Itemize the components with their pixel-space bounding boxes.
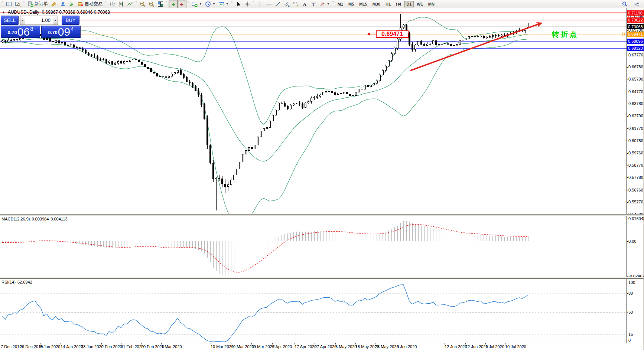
fibonacci-button[interactable]: F <box>291 0 300 8</box>
volume-decrease-button[interactable]: ▼ <box>20 16 25 25</box>
horizontal-line-button[interactable] <box>264 0 273 8</box>
macd-indicator-canvas[interactable] <box>0 216 627 277</box>
one-click-trading-panel: SELL ▼ 1.00 ▲ BUY 0.70 06 8 0.70 09 4 <box>1 16 81 38</box>
arrows-button[interactable]: ▼ <box>318 0 331 8</box>
time-tick-label: 23 Jan 2020 <box>81 344 104 349</box>
toolbar-grip <box>332 1 334 7</box>
auto-scroll-button[interactable] <box>169 0 178 8</box>
price-tick-mark <box>627 17 628 17</box>
buy-price-button[interactable]: 0.70 09 4 <box>41 26 81 38</box>
price-tick-label: 0.62790 <box>628 114 643 118</box>
timeframe-m5[interactable]: M5 <box>346 1 356 7</box>
text-button[interactable]: A <box>300 0 309 8</box>
community-icon <box>60 1 66 7</box>
toolbar-right <box>620 0 643 8</box>
trade-panel-collapse-icon[interactable]: ▲ <box>2 10 5 14</box>
macd-signal-line <box>2 225 528 272</box>
data-window-button[interactable] <box>13 0 22 8</box>
new-chart-button[interactable]: ▼ <box>190 0 204 8</box>
mql-editor-button[interactable] <box>49 0 58 8</box>
main-chart-canvas[interactable] <box>0 8 627 214</box>
vertical-line-button[interactable] <box>256 0 264 8</box>
turning-point-annotation[interactable]: 转折点 <box>552 30 579 39</box>
price-tick-mark <box>627 67 628 68</box>
buy-button[interactable]: BUY <box>62 16 79 25</box>
main-macd-splitter[interactable] <box>0 214 644 216</box>
auto-trading-label: 自动交易 <box>85 1 103 7</box>
timeframe-m1[interactable]: M1 <box>335 1 345 7</box>
vertical-line-icon <box>257 1 263 7</box>
price-tick-label: 0.61770 <box>628 126 643 131</box>
equidistant-channel-icon: E <box>284 1 290 7</box>
time-tick-label: 17 Apr 2020 <box>295 344 316 349</box>
zoom-out-icon <box>149 1 155 7</box>
timeframe-m30[interactable]: M30 <box>370 1 383 7</box>
new-order-label: 新订单 <box>35 1 48 7</box>
toolbar-grip <box>23 1 25 7</box>
signals-button[interactable] <box>67 0 76 8</box>
cursor-button[interactable] <box>234 0 243 8</box>
timeframe-h4[interactable]: H4 <box>394 1 403 7</box>
toolbar-grip <box>136 1 137 7</box>
trend-arrow[interactable] <box>410 23 541 71</box>
mql-editor-icon <box>51 1 57 7</box>
chart-candles-button[interactable] <box>117 0 126 8</box>
new-order-button[interactable]: 新订单 <box>26 0 49 8</box>
time-tick-label: 3 Jun 2020 <box>397 344 417 349</box>
text-label-button[interactable]: T <box>309 0 318 8</box>
sell-button[interactable]: SELL <box>1 16 19 25</box>
auto-scroll-icon <box>170 1 176 7</box>
volume-input[interactable]: 1.00 <box>25 16 53 25</box>
sell-price-button[interactable]: 0.70 06 8 <box>1 26 40 38</box>
templates-button[interactable]: ▼ <box>217 0 230 8</box>
time-tick-label: 29 Mar 2020 <box>251 344 274 349</box>
rsi-indicator-canvas[interactable] <box>0 279 627 343</box>
price-tag: 0.68320 <box>627 46 644 51</box>
price-tick-label: 0.56760 <box>628 188 643 193</box>
zoom-in-button[interactable] <box>138 0 147 8</box>
time-tick-label: 1 Jul 2020 <box>485 344 504 349</box>
volume-increase-button[interactable]: ▲ <box>53 16 58 25</box>
line-handle[interactable] <box>622 33 625 35</box>
price-level-callout[interactable]: 0.69471 <box>376 30 409 38</box>
rsi-label: RSI(14) <box>1 280 16 284</box>
dropdown-caret-icon: ▼ <box>226 2 229 6</box>
toolbar-group-7: EFAT▼ <box>252 0 331 8</box>
chart-shift-button[interactable] <box>178 0 186 8</box>
price-tick-mark <box>627 177 628 178</box>
horizontal-line-icon <box>266 1 272 7</box>
auto-trading-button[interactable]: 自动交易 <box>76 0 104 8</box>
rsi-label-row: RSI(14) 62.6942 <box>1 280 32 284</box>
price-tick-label: 0.58770 <box>628 163 643 168</box>
timeframe-d1[interactable]: D1 <box>404 1 414 7</box>
toolbar-group-3 <box>134 0 165 8</box>
community-button[interactable] <box>58 0 67 8</box>
toolbar-grip <box>253 1 254 7</box>
chat-button[interactable] <box>632 0 641 8</box>
equidistant-channel-button[interactable]: E <box>282 0 291 8</box>
macd-tick-mark <box>627 276 628 277</box>
macd-rsi-splitter[interactable] <box>0 277 644 279</box>
search-button[interactable] <box>620 0 629 8</box>
svg-text:A: A <box>303 1 306 7</box>
buy-price-sup: 4 <box>71 26 74 32</box>
chart-ohlc-values: 0.69867 0.70368 0.69846 0.70068 <box>42 10 110 15</box>
timeframe-h1[interactable]: H1 <box>383 1 393 7</box>
price-tick-mark <box>627 55 628 55</box>
chart-line-button[interactable] <box>126 0 134 8</box>
tile-windows-button[interactable] <box>156 0 165 8</box>
chart-bars-button[interactable] <box>108 0 117 8</box>
timeframe-w1[interactable]: W1 <box>414 1 425 7</box>
macd-tick-label: 0.00 <box>628 239 636 244</box>
periods-button[interactable]: ▼ <box>204 0 217 8</box>
crosshair-button[interactable] <box>243 0 252 8</box>
svg-text:F: F <box>296 4 298 7</box>
trend-line-button[interactable] <box>273 0 282 8</box>
price-tick-label: 0.65790 <box>628 77 643 82</box>
timeframe-mn[interactable]: MN <box>426 1 437 7</box>
timeframe-m15[interactable]: M15 <box>357 1 369 7</box>
chart-shift-icon <box>179 1 185 7</box>
macd-label-row: MACD(12,26,9) 0.003984 0.004113 <box>1 217 67 221</box>
market-watch-button[interactable] <box>4 0 13 8</box>
zoom-out-button[interactable] <box>147 0 156 8</box>
